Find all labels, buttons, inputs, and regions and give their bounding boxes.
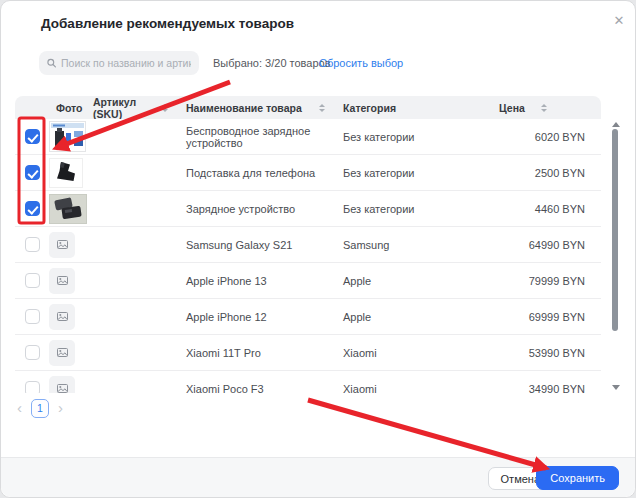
row-checkbox[interactable]	[25, 273, 40, 288]
cell-price: 69999 BYN	[485, 311, 601, 323]
cell-price: 64990 BYN	[485, 239, 601, 251]
cell-category: Samsung	[343, 239, 485, 251]
row-checkbox[interactable]	[25, 201, 40, 216]
close-icon: ✕	[614, 13, 625, 28]
scrollbar-down-icon[interactable]	[612, 385, 620, 390]
wireless-charger-photo	[49, 121, 86, 152]
sort-icon[interactable]	[162, 104, 168, 112]
table-row[interactable]: Xiaomi Poco F3 Xiaomi 34990 BYN	[15, 371, 601, 393]
cell-price: 79999 BYN	[485, 275, 601, 287]
table-row[interactable]: Apple iPhone 12 Apple 69999 BYN	[15, 299, 601, 335]
scrollbar-thumb[interactable]	[612, 129, 618, 331]
row-checkbox[interactable]	[25, 129, 40, 144]
cell-name: Зарядное устройство	[186, 203, 343, 215]
add-recommended-products-dialog: Добавление рекомендуемых товаров ✕ Выбра…	[0, 0, 636, 498]
cell-name: Samsung Galaxy S21	[186, 239, 343, 251]
cell-price: 53990 BYN	[485, 347, 601, 359]
pagination: ‹ 1 ›	[17, 397, 63, 419]
page-1-button[interactable]: 1	[31, 399, 49, 418]
search-box[interactable]	[39, 51, 199, 75]
cell-category: Apple	[343, 311, 485, 323]
column-header-name[interactable]: Наименование товара	[186, 102, 343, 114]
cell-category: Без категории	[343, 203, 485, 215]
backdrop: Добавление рекомендуемых товаров ✕ Выбра…	[0, 0, 636, 498]
photo-placeholder-icon	[49, 340, 75, 366]
table-row[interactable]: Apple iPhone 13 Apple 79999 BYN	[15, 263, 601, 299]
sort-icon[interactable]	[319, 104, 325, 112]
row-checkbox[interactable]	[25, 165, 40, 180]
phone-stand-photo	[49, 158, 83, 188]
cell-price: 2500 BYN	[485, 167, 601, 179]
table-row[interactable]: Xiaomi 11T Pro Xiaomi 53990 BYN	[15, 335, 601, 371]
next-page-button[interactable]: ›	[58, 398, 63, 418]
photo-placeholder-icon	[49, 304, 75, 330]
table-row[interactable]: Беспроводное зарядное устройство Без кат…	[15, 119, 601, 155]
cell-price: 34990 BYN	[485, 383, 601, 394]
column-header-sku[interactable]: Артикул (SKU)	[93, 96, 186, 120]
dialog-title: Добавление рекомендуемых товаров	[41, 16, 294, 31]
cell-name: Подставка для телефона	[186, 167, 343, 179]
row-checkbox[interactable]	[25, 381, 40, 393]
row-checkbox[interactable]	[25, 237, 40, 252]
cell-category: Xiaomi	[343, 383, 485, 394]
cell-price: 4460 BYN	[485, 203, 601, 215]
cell-name: Apple iPhone 13	[186, 275, 343, 287]
photo-placeholder-icon	[49, 232, 75, 258]
dialog-footer: Отмена Сохранить	[1, 457, 635, 497]
sort-icon[interactable]	[541, 104, 547, 112]
row-checkbox[interactable]	[25, 345, 40, 360]
cell-category: Apple	[343, 275, 485, 287]
photo-placeholder-icon	[49, 268, 75, 294]
selected-count: Выбрано: 3/20 товаров	[213, 57, 331, 69]
prev-page-button[interactable]: ‹	[17, 398, 22, 418]
cell-category: Без категории	[343, 167, 485, 179]
cell-category: Без категории	[343, 131, 485, 143]
product-table-body: Беспроводное зарядное устройство Без кат…	[15, 119, 601, 393]
cell-name: Xiaomi Poco F3	[186, 383, 343, 394]
column-header-category: Категория	[343, 102, 485, 114]
close-button[interactable]: ✕	[607, 9, 631, 33]
cell-name: Беспроводное зарядное устройство	[186, 125, 343, 149]
reset-selection-link[interactable]: Сбросить выбор	[319, 57, 403, 69]
cell-category: Xiaomi	[343, 347, 485, 359]
cell-price: 6020 BYN	[485, 131, 601, 143]
charger-photo	[49, 194, 87, 224]
row-checkbox[interactable]	[25, 309, 40, 324]
scrollbar-up-icon[interactable]	[612, 122, 620, 127]
table-row[interactable]: Samsung Galaxy S21 Samsung 64990 BYN	[15, 227, 601, 263]
table-scrollbar[interactable]	[609, 119, 621, 393]
table-row[interactable]: Зарядное устройство Без категории 4460 B…	[15, 191, 601, 227]
photo-placeholder-icon	[49, 376, 75, 394]
table-header: Фото Артикул (SKU) Наименование товара К…	[15, 96, 601, 119]
table-row[interactable]: Подставка для телефона Без категории 250…	[15, 155, 601, 191]
column-header-photo: Фото	[49, 102, 93, 114]
column-header-price[interactable]: Цена	[485, 102, 601, 114]
cell-name: Xiaomi 11T Pro	[186, 347, 343, 359]
search-input[interactable]	[61, 57, 191, 69]
search-icon	[47, 58, 56, 68]
cell-name: Apple iPhone 12	[186, 311, 343, 323]
save-button[interactable]: Сохранить	[536, 466, 619, 490]
